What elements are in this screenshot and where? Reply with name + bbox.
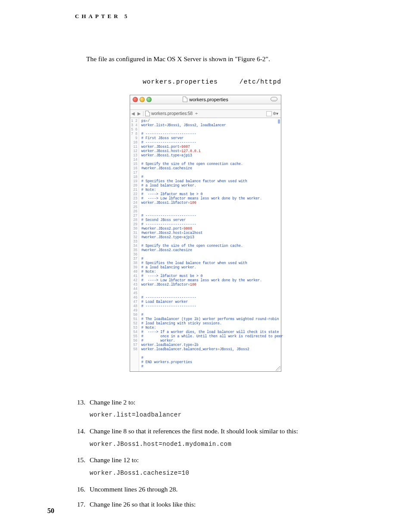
document-icon (183, 96, 187, 102)
step-text: Change line 2 to: (90, 398, 346, 407)
instruction-list: Change line 2 to:worker.list=loadbalance… (74, 398, 364, 509)
figure-caption: workers.properties/etc/httpd (60, 78, 364, 85)
instruction-step: Change line 8 so that it references the … (87, 426, 346, 448)
caption-right: /etc/httpd (240, 78, 281, 85)
close-icon[interactable] (133, 97, 138, 102)
step-text: Change line 12 to: (90, 455, 346, 465)
caption-left: workers.properties (143, 78, 218, 85)
step-text: Change line 8 so that it references the … (90, 426, 346, 436)
counterpart-button[interactable] (266, 111, 272, 116)
resize-handle-icon[interactable] (276, 366, 281, 371)
intro-paragraph: The file as configured in Mac OS X Serve… (86, 54, 364, 64)
instruction-step: Change line 26 so that it looks like thi… (87, 500, 346, 509)
navigation-bar: ◀ ▶ workers.properties:58 ÷ ✲▾ (130, 110, 281, 118)
window-titlebar[interactable]: workers.properties (130, 95, 281, 104)
dropdown-icon[interactable]: ÷ (195, 111, 198, 116)
zoom-icon[interactable] (146, 97, 152, 102)
nav-forward-button[interactable]: ▶ (136, 111, 142, 116)
step-code: worker.JBoss1.host=node1.mydomain.com (90, 440, 346, 449)
line-gutter: 1 2 3 4 5 6 7 8 9 10 11 12 13 14 15 16 1… (130, 118, 139, 371)
page-number: 50 (47, 507, 54, 515)
gear-icon[interactable]: ✲▾ (273, 111, 278, 116)
chapter-heading: CHAPTER 5 (75, 13, 364, 20)
window-title: workers.properties (189, 97, 228, 102)
document-icon (145, 111, 150, 116)
step-text: Change line 26 so that it looks like thi… (90, 500, 346, 509)
code-content[interactable]: ps=/ worker.list=JBoss1, JBoss2, loadbal… (139, 118, 285, 371)
step-code: worker.JBoss1.cachesize=10 (90, 469, 346, 478)
editor-window: workers.properties ◀ ▶ workers.propertie… (130, 95, 281, 372)
file-path-popup[interactable]: workers.properties:58 ÷ (145, 111, 198, 116)
scrollbar[interactable] (278, 119, 280, 124)
code-editor[interactable]: 1 2 3 4 5 6 7 8 9 10 11 12 13 14 15 16 1… (130, 118, 281, 371)
step-code: worker.list=loadbalancer (90, 411, 346, 420)
instruction-step: Change line 2 to:worker.list=loadbalance… (87, 398, 346, 420)
file-path-label: workers.properties:58 (151, 111, 193, 116)
instruction-step: Uncomment lines 26 through 28. (87, 485, 346, 494)
minimize-icon[interactable] (140, 97, 145, 102)
toolbar-toggle-icon[interactable] (271, 97, 277, 101)
toolbar (130, 104, 281, 110)
instruction-step: Change line 12 to:worker.JBoss1.cachesiz… (87, 455, 346, 477)
step-text: Uncomment lines 26 through 28. (90, 485, 346, 494)
nav-back-button[interactable]: ◀ (130, 111, 136, 116)
